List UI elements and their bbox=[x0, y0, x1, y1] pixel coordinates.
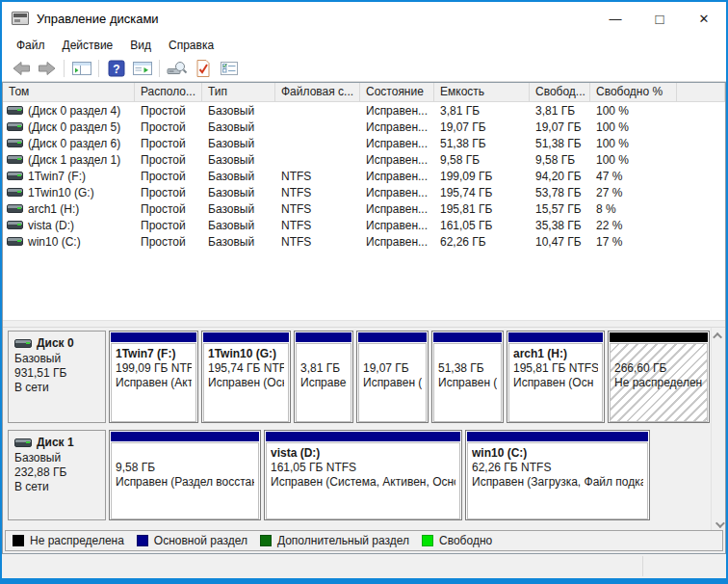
volume-row[interactable]: 1Twin7 (F:)ПростойБазовыйNTFSИсправен...… bbox=[3, 168, 725, 184]
volume-cell: Простой bbox=[135, 219, 202, 232]
volume-row[interactable]: 1Twin10 (G:)ПростойБазовыйNTFSИсправен..… bbox=[3, 184, 725, 200]
volume-icon bbox=[7, 139, 23, 147]
volume-cell: 47 % bbox=[590, 170, 677, 183]
volume-cell: Базовый bbox=[202, 170, 275, 183]
partition-cell[interactable]: vista (D:)161,05 ГБ NTFSИсправен (Систем… bbox=[264, 430, 462, 520]
column-header-7[interactable]: Свободно % bbox=[590, 83, 677, 101]
app-icon bbox=[12, 12, 29, 25]
volume-row[interactable]: (Диск 0 раздел 4)ПростойБазовыйИсправен.… bbox=[3, 102, 725, 119]
volume-row[interactable]: arch1 (H:)ПростойБазовыйNTFSИсправен...1… bbox=[3, 200, 725, 217]
disk-status: В сети bbox=[14, 480, 99, 494]
legend-label: Дополнительный раздел bbox=[277, 534, 409, 547]
partition-title: vista (D:) bbox=[271, 446, 455, 461]
disk-name: Диск 1 bbox=[14, 436, 99, 449]
check-report-icon[interactable] bbox=[190, 58, 216, 80]
column-header-6[interactable]: Свобод... bbox=[530, 83, 590, 101]
partition-cell[interactable]: arch1 (H:)195,81 ГБ NTFSИсправен (Осн bbox=[507, 331, 605, 423]
primary-partition-band bbox=[296, 332, 351, 342]
menu-item-0[interactable]: Файл bbox=[8, 37, 54, 54]
volume-cell: Исправен... bbox=[360, 186, 434, 199]
partition-status: Исправен (Осн bbox=[513, 376, 598, 390]
menu-item-3[interactable]: Справка bbox=[160, 37, 222, 54]
column-header-1[interactable]: Располо... bbox=[135, 83, 202, 101]
volume-cell: 195,74 ГБ bbox=[434, 186, 530, 199]
volume-cell: Простой bbox=[135, 120, 202, 134]
volume-cell: 100 % bbox=[590, 104, 677, 118]
toolbar-separator bbox=[159, 60, 160, 77]
disk-name: Диск 0 bbox=[14, 336, 99, 350]
volume-row[interactable]: vista (D:)ПростойБазовыйNTFSИсправен...1… bbox=[3, 217, 725, 233]
volume-label: vista (D:) bbox=[28, 219, 74, 232]
disk-capacity: 232,88 ГБ bbox=[14, 465, 99, 480]
partition-cell[interactable]: 1Twin10 (G:)195,74 ГБ NTFSИсправен (Осн bbox=[201, 331, 291, 423]
volume-cell: Базовый bbox=[202, 219, 275, 232]
disk-icon bbox=[14, 339, 32, 348]
vertical-scrollbar[interactable] bbox=[711, 328, 725, 532]
volume-cell: NTFS bbox=[275, 235, 360, 249]
volume-name-cell: 1Twin10 (G:) bbox=[3, 186, 135, 199]
rescan-disks-icon[interactable] bbox=[164, 58, 190, 80]
volume-icon bbox=[7, 204, 23, 213]
partition-cell[interactable]: 9,58 ГБИсправен (Раздел восстан bbox=[109, 430, 261, 520]
menu-item-1[interactable]: Действие bbox=[54, 37, 122, 54]
disk-label-1[interactable]: Диск 1Базовый232,88 ГБВ сети bbox=[8, 430, 106, 520]
volume-cell: 19,07 ГБ bbox=[530, 120, 590, 134]
scroll-up-icon[interactable] bbox=[712, 328, 726, 343]
volume-row[interactable]: (Диск 1 раздел 1)ПростойБазовыйИсправен.… bbox=[3, 151, 725, 168]
help-icon[interactable]: ? bbox=[103, 58, 129, 80]
partition-cell[interactable]: 51,38 ГБИсправен (О bbox=[431, 331, 504, 423]
volume-cell: Исправен... bbox=[360, 170, 434, 183]
column-header-2[interactable]: Тип bbox=[202, 83, 275, 101]
volume-cell: 35,38 ГБ bbox=[530, 219, 590, 232]
pane-splitter[interactable] bbox=[3, 320, 725, 328]
disk-label-0[interactable]: Диск 0Базовый931,51 ГБВ сети bbox=[8, 331, 106, 423]
partition-cell[interactable]: 1Twin7 (F:)199,09 ГБ NTFSИсправен (Акт bbox=[109, 331, 198, 423]
unallocated-band bbox=[610, 332, 708, 342]
legend-item-0: Не распределена bbox=[13, 534, 124, 547]
menu-bar: ФайлДействиеВидСправка bbox=[2, 35, 726, 56]
volume-cell: Простой bbox=[135, 137, 202, 150]
volume-label: (Диск 0 раздел 5) bbox=[28, 120, 120, 134]
column-header-3[interactable]: Файловая с... bbox=[275, 83, 360, 101]
column-header-0[interactable]: Том bbox=[3, 83, 135, 101]
partition-size: 9,58 ГБ bbox=[116, 461, 254, 475]
volume-cell: 100 % bbox=[590, 153, 677, 167]
partition-status: Исправен ( bbox=[363, 376, 422, 390]
volume-cell: Простой bbox=[135, 186, 202, 199]
partition-legend: Не распределенаОсновной разделДополнител… bbox=[5, 530, 723, 551]
column-header-4[interactable]: Состояние bbox=[360, 83, 434, 101]
volume-cell: Простой bbox=[135, 153, 202, 167]
partition-title: arch1 (H:) bbox=[513, 347, 598, 361]
minimize-button[interactable]: — bbox=[593, 2, 637, 35]
partition-body: 1Twin10 (G:)195,74 ГБ NTFSИсправен (Осн bbox=[203, 343, 289, 422]
partition-size: 266,60 ГБ bbox=[614, 361, 703, 376]
partition-cell[interactable]: 266,60 ГБНе распределен bbox=[608, 331, 710, 423]
status-bar-divider bbox=[642, 556, 643, 576]
console-tree-icon[interactable] bbox=[68, 58, 94, 80]
volume-row[interactable]: win10 (C:)ПростойБазовыйNTFSИсправен...6… bbox=[3, 233, 725, 250]
partition-title bbox=[363, 347, 422, 361]
column-header-5[interactable]: Емкость bbox=[434, 83, 530, 101]
forward-icon[interactable] bbox=[34, 58, 60, 80]
partition-size: 195,81 ГБ NTFS bbox=[513, 361, 598, 376]
toolbar-separator bbox=[64, 60, 65, 77]
volume-cell: 15,57 ГБ bbox=[530, 202, 590, 216]
volume-table-body: (Диск 0 раздел 4)ПростойБазовыйИсправен.… bbox=[3, 102, 725, 250]
checklist-icon[interactable] bbox=[216, 58, 242, 80]
column-header-filler[interactable] bbox=[677, 83, 725, 101]
volume-row[interactable]: (Диск 0 раздел 5)ПростойБазовыйИсправен.… bbox=[3, 119, 725, 135]
close-button[interactable]: ✕ bbox=[682, 2, 726, 35]
partition-title: 1Twin7 (F:) bbox=[116, 347, 192, 361]
back-icon[interactable] bbox=[8, 58, 34, 80]
maximize-button[interactable]: □ bbox=[637, 2, 682, 35]
disk-name-text: Диск 1 bbox=[37, 436, 74, 449]
partition-cell[interactable]: win10 (C:)62,26 ГБ NTFSИсправен (Загрузк… bbox=[465, 430, 650, 520]
volume-row[interactable]: (Диск 0 раздел 6)ПростойБазовыйИсправен.… bbox=[3, 135, 725, 151]
partition-body: 51,38 ГБИсправен (О bbox=[433, 343, 502, 422]
partition-cell[interactable]: 3,81 ГБИсправен bbox=[294, 331, 353, 423]
export-list-icon[interactable] bbox=[129, 58, 155, 80]
partition-cell[interactable]: 19,07 ГБИсправен ( bbox=[356, 331, 429, 423]
partition-size: 62,26 ГБ NTFS bbox=[472, 461, 643, 475]
menu-item-2[interactable]: Вид bbox=[121, 37, 160, 54]
volume-cell: NTFS bbox=[275, 186, 360, 199]
